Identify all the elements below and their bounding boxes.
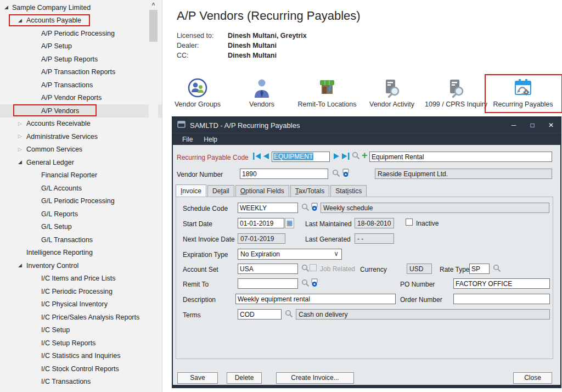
tree-item-order-entry[interactable]: ▷Order Entry <box>0 388 162 392</box>
schedule-finder-icon[interactable] <box>301 203 310 214</box>
collapse-icon[interactable]: ◢ <box>18 18 22 23</box>
expiration-type-select[interactable]: No Expiration ∨ <box>238 249 342 260</box>
toolbar-item-remit-to-locations[interactable]: Remit-To Locations <box>294 77 360 111</box>
tree-item-a-p-vendors[interactable]: A/P Vendors <box>0 104 162 117</box>
menu-help[interactable]: Help <box>199 135 222 144</box>
order-number-input[interactable] <box>453 294 550 304</box>
toolbar-item-vendor-groups[interactable]: Vendor Groups <box>165 77 231 111</box>
tree-item-financial-reporter[interactable]: Financial Reporter <box>0 169 162 182</box>
toolbar-item-recurring-payables[interactable]: Recurring Payables <box>490 77 556 111</box>
tree-item-i-c-statistics-and-inquiries[interactable]: I/C Statistics and Inquiries <box>0 350 162 363</box>
tab-invoice[interactable]: Invoice <box>176 184 206 197</box>
tab-detail[interactable]: Detail <box>207 185 234 197</box>
recurring-payable-code-input[interactable]: EQUIPMENT <box>272 152 330 162</box>
tab-optional-fields[interactable]: Optional Fields <box>235 185 289 197</box>
toolbar-item-vendors[interactable]: Vendors <box>229 77 295 111</box>
tree-item-g-l-setup[interactable]: G/L Setup <box>0 221 162 234</box>
first-record-icon[interactable] <box>253 152 261 160</box>
toolbar-item-vendor-activity[interactable]: Vendor Activity <box>359 77 425 111</box>
tree-item-general-ledger[interactable]: ◢General Ledger <box>0 156 162 169</box>
tree-item-label: I/C Stock Control Reports <box>41 365 119 373</box>
code-description-input[interactable] <box>369 152 552 162</box>
tree-item-accounts-payable[interactable]: ◢Accounts Payable <box>0 14 162 27</box>
start-date-input[interactable] <box>238 218 284 228</box>
collapse-icon[interactable]: ◢ <box>18 160 22 165</box>
expiration-type-value: No Expiration <box>240 250 280 258</box>
expand-icon[interactable]: ▷ <box>18 134 22 139</box>
vendor-finder-icon[interactable] <box>332 169 340 180</box>
tree-item-label: I/C Periodic Processing <box>41 288 113 295</box>
schedule-drilldown-icon[interactable] <box>311 203 318 214</box>
next-record-icon[interactable] <box>333 152 341 160</box>
collapse-icon[interactable]: ◢ <box>4 5 8 10</box>
dealer-value: Dinesh Multani <box>228 42 277 49</box>
account-set-finder-icon[interactable] <box>301 264 310 275</box>
close-button[interactable]: Close <box>513 372 552 384</box>
tree-item-g-l-periodic-processing[interactable]: G/L Periodic Processing <box>0 195 162 208</box>
job-related-label: Job Related <box>320 265 355 273</box>
maximize-button[interactable]: □ <box>523 117 542 133</box>
tree-item-intelligence-reporting[interactable]: Intelligence Reporting <box>0 247 162 260</box>
tree-item-g-l-reports[interactable]: G/L Reports <box>0 208 162 221</box>
save-button[interactable]: Save <box>177 372 218 384</box>
tree-item-sample-company-limited[interactable]: ◢Sample Company Limited <box>0 1 162 14</box>
tree-item-g-l-accounts[interactable]: G/L Accounts <box>0 182 162 195</box>
remit-to-drilldown-icon[interactable] <box>311 278 318 289</box>
new-record-icon[interactable]: + <box>362 151 368 160</box>
toolbar-item-label: 1099 / CPRS Inquiry <box>423 100 489 108</box>
vendors-icon <box>229 77 295 99</box>
last-record-icon[interactable] <box>341 152 350 160</box>
remit-to-input[interactable] <box>238 278 298 289</box>
tree-item-i-c-price-sales-analysis-reports[interactable]: I/C Price/Sales Analysis Reports <box>0 311 162 324</box>
create-invoice-button[interactable]: Create Invoice... <box>276 372 354 384</box>
scrollbar-thumb[interactable] <box>149 10 158 42</box>
vendor-number-input[interactable] <box>240 169 328 179</box>
tab-statistics[interactable]: Statistics <box>330 185 367 197</box>
delete-button[interactable]: Delete <box>227 372 262 384</box>
tree-item-a-p-transaction-reports[interactable]: A/P Transaction Reports <box>0 66 162 79</box>
tree-item-inventory-control[interactable]: ◢Inventory Control <box>0 259 162 272</box>
tree-item-i-c-physical-inventory[interactable]: I/C Physical Inventory <box>0 298 162 311</box>
tree-item-accounts-receivable[interactable]: ▷Accounts Receivable <box>0 117 162 131</box>
terms-input[interactable] <box>238 309 282 320</box>
scroll-up-icon[interactable]: ^ <box>149 1 158 9</box>
code-finder-icon[interactable] <box>352 152 360 162</box>
tree-item-a-p-periodic-processing[interactable]: A/P Periodic Processing <box>0 27 162 40</box>
menu-file[interactable]: File <box>178 135 197 144</box>
sidebar-scrollbar[interactable]: ^ <box>149 0 158 392</box>
rate-type-finder-icon[interactable] <box>493 264 501 275</box>
tree-item-a-p-setup-reports[interactable]: A/P Setup Reports <box>0 53 162 66</box>
remit-to-finder-icon[interactable] <box>301 279 310 289</box>
tree-item-a-p-vendor-reports[interactable]: A/P Vendor Reports <box>0 92 162 105</box>
vendor-drilldown-icon[interactable] <box>342 169 350 180</box>
start-date-calendar-icon[interactable]: ▦ <box>285 218 294 228</box>
tree-item-administrative-services[interactable]: ▷Administrative Services <box>0 130 162 143</box>
tree-item-common-services[interactable]: ▷Common Services <box>0 143 162 156</box>
collapse-icon[interactable]: ◢ <box>18 263 22 268</box>
po-number-input[interactable] <box>453 278 550 289</box>
tree-item-i-c-items-and-price-lists[interactable]: I/C Items and Price Lists <box>0 272 162 285</box>
close-button[interactable]: ✕ <box>542 117 560 133</box>
tree-item-i-c-setup[interactable]: I/C Setup <box>0 324 162 337</box>
description-input[interactable] <box>235 294 396 304</box>
inactive-checkbox[interactable] <box>406 219 413 226</box>
rate-type-input[interactable] <box>469 264 490 274</box>
tree-item-g-l-transactions[interactable]: G/L Transactions <box>0 233 162 247</box>
account-set-input[interactable] <box>238 264 298 274</box>
minimize-button[interactable]: ─ <box>504 117 523 133</box>
tree-item-i-c-stock-control-reports[interactable]: I/C Stock Control Reports <box>0 362 162 376</box>
toolbar-item-1099-cprs-inquiry[interactable]: 1099 / CPRS Inquiry <box>423 77 489 111</box>
expand-icon[interactable]: ▷ <box>18 121 22 126</box>
previous-record-icon[interactable] <box>262 152 271 160</box>
tab-tax-totals[interactable]: Tax/Totals <box>290 185 329 197</box>
tree-item-i-c-transactions[interactable]: I/C Transactions <box>0 376 162 389</box>
tree-item-i-c-periodic-processing[interactable]: I/C Periodic Processing <box>0 285 162 298</box>
tree-item-a-p-setup[interactable]: A/P Setup <box>0 40 162 53</box>
terms-finder-icon[interactable] <box>285 310 293 320</box>
tree-item-i-c-setup-reports[interactable]: I/C Setup Reports <box>0 337 162 350</box>
tree-item-label: A/P Vendors <box>41 107 79 115</box>
dialog-titlebar[interactable]: SAMLTD - A/P Recurring Payables ─□✕ <box>173 117 560 133</box>
tree-item-a-p-transactions[interactable]: A/P Transactions <box>0 79 162 92</box>
schedule-code-input[interactable] <box>238 203 298 213</box>
expand-icon[interactable]: ▷ <box>18 147 22 152</box>
